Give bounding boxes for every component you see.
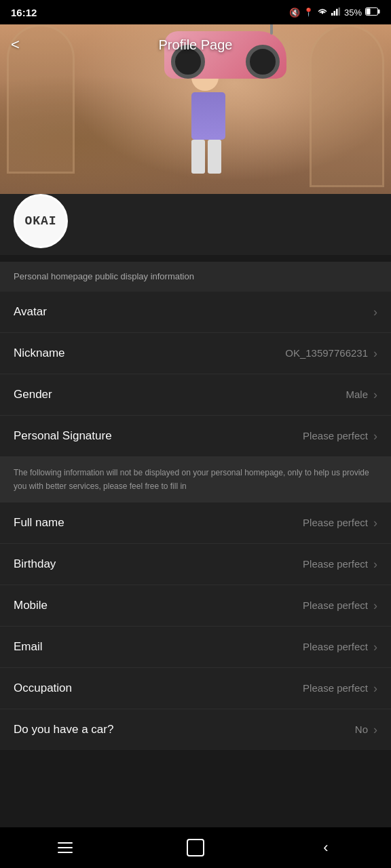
home-icon bbox=[187, 839, 204, 856]
menu-value-nickname: OK_13597766231 bbox=[285, 347, 368, 359]
battery-icon bbox=[365, 7, 380, 18]
nav-home-button[interactable] bbox=[175, 834, 216, 861]
menu-right-car: No › bbox=[355, 724, 377, 736]
menu-label-email: Email bbox=[14, 640, 43, 654]
back-button[interactable]: < bbox=[11, 36, 20, 54]
svg-rect-2 bbox=[336, 9, 338, 16]
private-section-header: The following information will not be di… bbox=[0, 456, 391, 502]
menu-value-personal-signature: Please perfect bbox=[303, 430, 368, 441]
menu-label-full-name: Full name bbox=[14, 516, 64, 530]
private-menu-section: Full name Please perfect › Birthday Plea… bbox=[0, 502, 391, 750]
public-section-info-text: Personal homepage public display informa… bbox=[14, 271, 194, 281]
bottom-navigation: ‹ bbox=[0, 827, 391, 868]
chevron-icon-mobile: › bbox=[373, 599, 377, 612]
avatar-logo: OKAI bbox=[24, 214, 56, 228]
menu-right-full-name: Please perfect › bbox=[303, 517, 377, 529]
menu-value-full-name: Please perfect bbox=[303, 517, 368, 528]
status-icons: 🔇 📍 35% bbox=[289, 7, 380, 18]
mute-icon: 🔇 bbox=[289, 7, 300, 18]
nav-menu-button[interactable] bbox=[45, 834, 86, 861]
menu-item-email[interactable]: Email Please perfect › bbox=[0, 627, 391, 668]
menu-right-avatar: › bbox=[368, 306, 377, 318]
menu-right-personal-signature: Please perfect › bbox=[303, 430, 377, 442]
chevron-icon-occupation: › bbox=[373, 682, 377, 694]
wifi-icon bbox=[317, 7, 328, 18]
menu-item-nickname[interactable]: Nickname OK_13597766231 › bbox=[0, 333, 391, 374]
public-menu-section: Avatar › Nickname OK_13597766231 › Gende… bbox=[0, 292, 391, 456]
menu-item-car[interactable]: Do you have a car? No › bbox=[0, 709, 391, 750]
chevron-icon-email: › bbox=[373, 641, 377, 653]
menu-item-birthday[interactable]: Birthday Please perfect › bbox=[0, 544, 391, 585]
menu-value-car: No bbox=[355, 724, 368, 735]
menu-label-personal-signature: Personal Signature bbox=[14, 429, 112, 443]
menu-label-occupation: Occupation bbox=[14, 682, 72, 695]
battery-text: 35% bbox=[344, 7, 362, 18]
chevron-icon-avatar: › bbox=[373, 306, 377, 318]
avatar-section: OKAI bbox=[0, 194, 391, 255]
header: < Profile Page bbox=[0, 24, 391, 65]
status-bar: 16:12 🔇 📍 bbox=[0, 0, 391, 24]
page-title: Profile Page bbox=[159, 37, 233, 53]
menu-item-avatar[interactable]: Avatar › bbox=[0, 292, 391, 333]
menu-value-birthday: Please perfect bbox=[303, 558, 368, 570]
chevron-icon-full-name: › bbox=[373, 517, 377, 529]
svg-rect-3 bbox=[338, 7, 340, 16]
menu-label-avatar: Avatar bbox=[14, 305, 47, 319]
chevron-icon-birthday: › bbox=[373, 558, 377, 570]
avatar[interactable]: OKAI bbox=[14, 194, 68, 248]
signal-icon bbox=[331, 7, 341, 17]
menu-lines-icon bbox=[58, 842, 73, 853]
private-section-info-text: The following information will not be di… bbox=[14, 468, 369, 491]
menu-label-birthday: Birthday bbox=[14, 557, 56, 571]
status-time: 16:12 bbox=[11, 7, 37, 18]
menu-right-email: Please perfect › bbox=[303, 641, 377, 653]
menu-value-email: Please perfect bbox=[303, 641, 368, 652]
menu-item-gender[interactable]: Gender Male › bbox=[0, 374, 391, 416]
svg-rect-0 bbox=[331, 13, 333, 16]
menu-label-mobile: Mobile bbox=[14, 599, 48, 612]
menu-value-occupation: Please perfect bbox=[303, 682, 368, 694]
nav-back-button[interactable]: ‹ bbox=[305, 834, 346, 861]
menu-right-occupation: Please perfect › bbox=[303, 682, 377, 694]
menu-label-nickname: Nickname bbox=[14, 347, 65, 360]
menu-item-mobile[interactable]: Mobile Please perfect › bbox=[0, 585, 391, 627]
chevron-icon-car: › bbox=[373, 724, 377, 736]
menu-right-birthday: Please perfect › bbox=[303, 558, 377, 570]
svg-rect-6 bbox=[367, 8, 371, 14]
chevron-icon-nickname: › bbox=[373, 347, 377, 359]
menu-label-gender: Gender bbox=[14, 388, 52, 401]
menu-right-mobile: Please perfect › bbox=[303, 599, 377, 612]
svg-rect-1 bbox=[333, 11, 335, 16]
menu-label-car: Do you have a car? bbox=[14, 723, 113, 736]
menu-value-gender: Male bbox=[346, 389, 368, 400]
menu-right-nickname: OK_13597766231 › bbox=[285, 347, 377, 359]
public-section-header: Personal homepage public display informa… bbox=[0, 262, 391, 292]
back-icon: ‹ bbox=[323, 839, 328, 856]
menu-right-gender: Male › bbox=[346, 389, 377, 401]
chevron-icon-personal-signature: › bbox=[373, 430, 377, 442]
chevron-icon-gender: › bbox=[373, 389, 377, 401]
menu-item-occupation[interactable]: Occupation Please perfect › bbox=[0, 668, 391, 709]
menu-value-mobile: Please perfect bbox=[303, 599, 368, 611]
svg-rect-5 bbox=[378, 9, 380, 14]
menu-item-personal-signature[interactable]: Personal Signature Please perfect › bbox=[0, 416, 391, 456]
menu-item-full-name[interactable]: Full name Please perfect › bbox=[0, 502, 391, 544]
location-icon: 📍 bbox=[303, 7, 314, 17]
hero-image: < Profile Page bbox=[0, 24, 391, 221]
